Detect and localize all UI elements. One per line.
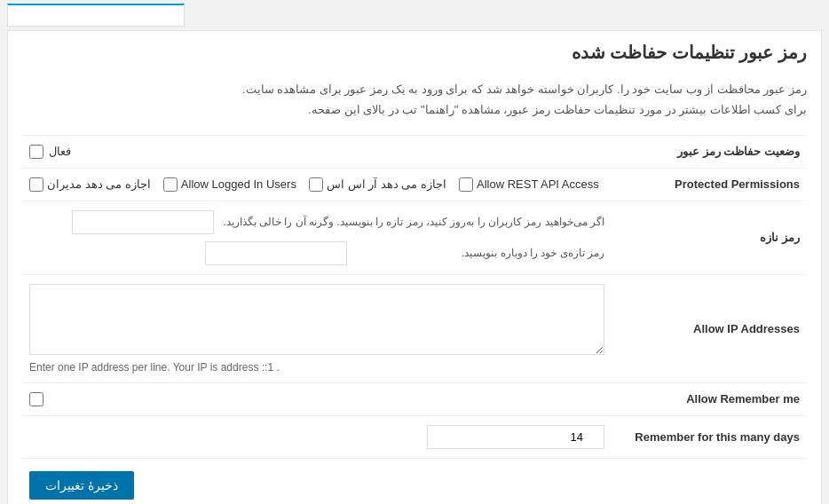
allow-remember-label: Allow Remember me: [612, 382, 807, 415]
page-wrapper: رمز عبور تنظیمات حفاظت شده رمز عبور محاف…: [0, 0, 829, 504]
save-button[interactable]: ذخیرهٔ تغییرات: [29, 471, 134, 500]
save-cell: ذخیرهٔ تغییرات: [22, 458, 612, 504]
allow-remember-field: [22, 382, 612, 415]
protected-permissions-label: Protected Permissions: [612, 168, 807, 201]
ip-hint: Enter one IP address per line. Your IP i…: [29, 361, 604, 374]
allow-ip-row: Allow IP Addresses Enter one IP address …: [22, 274, 807, 382]
new-password-input1[interactable]: [72, 210, 214, 234]
allow-ip-field: Enter one IP address per line. Your IP i…: [22, 274, 612, 382]
remember-days-input[interactable]: [427, 425, 604, 449]
new-password-input2[interactable]: [205, 241, 347, 265]
permissions-group: اجازه می دهد مدیران Allow Logged In User…: [29, 177, 604, 192]
save-row: ذخیرهٔ تغییرات: [22, 458, 807, 504]
perm-logged: Allow Logged In Users: [163, 177, 296, 192]
protected-permissions-row: Protected Permissions اجازه می دهد مدیرا…: [22, 168, 807, 201]
logged-users-label: Allow Logged In Users: [181, 177, 296, 191]
rest-api-label: Allow REST API Access: [477, 177, 599, 191]
ip-wrapper: Enter one IP address per line. Your IP i…: [29, 284, 604, 374]
ip-textarea[interactable]: [29, 284, 604, 355]
allow-remember-row: Allow Remember me: [22, 382, 807, 415]
logged-users-checkbox[interactable]: [163, 177, 178, 192]
remember-checkbox[interactable]: [29, 392, 43, 406]
top-bar: [0, 0, 829, 30]
password-status-field: فعال: [22, 135, 612, 168]
admins-checkbox[interactable]: [29, 177, 43, 192]
enabled-checkbox[interactable]: [29, 145, 43, 159]
enabled-row: فعال: [29, 145, 604, 159]
perm-rss: اجازه می دهد آر اس اس: [309, 177, 446, 192]
rss-label: اجازه می دهد آر اس اس: [327, 177, 446, 191]
form-table: وضعیت حفاظت رمز عبور فعال Protected Perm…: [22, 135, 807, 504]
main-section: رمز عبور تنظیمات حفاظت شده رمز عبور محاف…: [7, 30, 822, 504]
top-search-input[interactable]: [7, 4, 185, 27]
password-status-label: وضعیت حفاظت رمز عبور: [612, 135, 807, 168]
new-password-label: رمز نازه: [612, 201, 807, 274]
perm-admins: اجازه می دهد مدیران: [29, 177, 151, 192]
password-fields: اگر می‌خواهید رمز کاربران را به‌روز کنید…: [29, 210, 604, 265]
pw-hint2: رمز تازه‌ی خود را دوباره بنویسید.: [356, 247, 604, 259]
new-password-field: اگر می‌خواهید رمز کاربران را به‌روز کنید…: [22, 201, 612, 274]
save-cell-empty: [612, 458, 807, 504]
pw-hint1: اگر می‌خواهید رمز کاربران را به‌روز کنید…: [223, 216, 604, 228]
description1: رمز عبور محافظت از وب سایت خود را. کاربر…: [22, 79, 807, 121]
remember-row: [29, 392, 604, 406]
pw-row-1: اگر می‌خواهید رمز کاربران را به‌روز کنید…: [29, 210, 604, 234]
rss-checkbox[interactable]: [309, 177, 323, 192]
rest-api-checkbox[interactable]: [459, 177, 473, 192]
protected-permissions-field: اجازه می دهد مدیران Allow Logged In User…: [22, 168, 612, 201]
remember-days-label: Remember for this many days: [612, 415, 807, 458]
remember-days-row: Remember for this many days: [22, 415, 807, 458]
perm-rest: Allow REST API Access: [459, 177, 599, 192]
new-password-row: رمز نازه اگر می‌خواهید رمز کاربران را به…: [22, 201, 807, 274]
enabled-label: فعال: [49, 145, 71, 158]
admins-label: اجازه می دهد مدیران: [47, 177, 151, 191]
password-status-row: وضعیت حفاظت رمز عبور فعال: [22, 135, 807, 168]
pw-row-2: رمز تازه‌ی خود را دوباره بنویسید.: [29, 241, 604, 265]
allow-ip-label: Allow IP Addresses: [612, 274, 807, 382]
remember-days-field: [22, 415, 612, 458]
section-title: رمز عبور تنظیمات حفاظت شده: [22, 42, 807, 70]
